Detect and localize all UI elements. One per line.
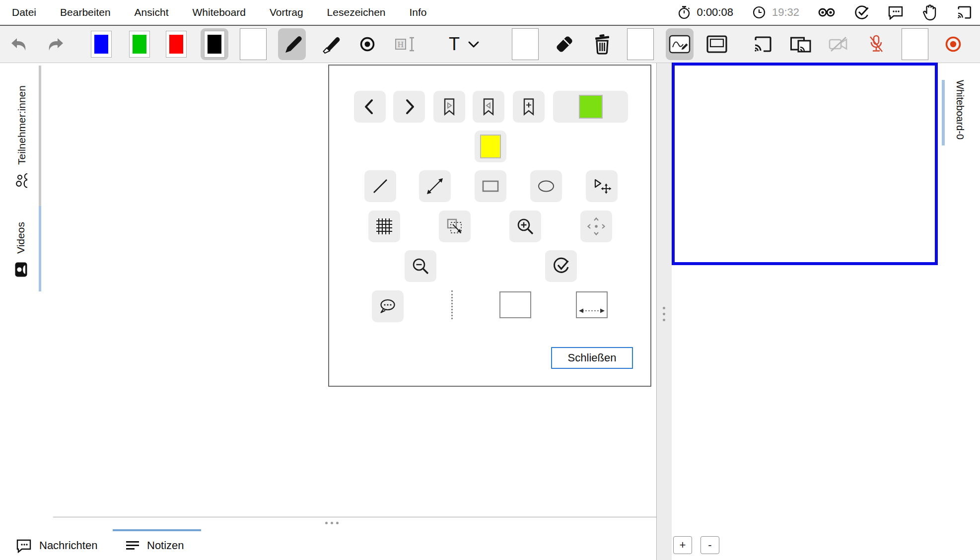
svg-text:H: H xyxy=(398,40,404,49)
trash-button[interactable] xyxy=(588,28,616,60)
mic-off-button[interactable] xyxy=(862,28,890,60)
board-thumbnail[interactable] xyxy=(672,63,938,265)
pointer-preview xyxy=(627,28,654,60)
recording-dots-icon[interactable] xyxy=(818,7,835,18)
laser-pointer-button[interactable] xyxy=(353,28,381,60)
cast-icon[interactable] xyxy=(956,5,972,20)
record-preview-box[interactable] xyxy=(901,28,929,60)
cast-window-icon xyxy=(790,35,812,54)
marker-tool-button[interactable] xyxy=(316,28,344,60)
bookmark-next-button[interactable] xyxy=(433,91,465,123)
menu-lesezeichen[interactable]: Lesezeichen xyxy=(327,6,386,18)
resize-tool-button[interactable] xyxy=(439,210,471,242)
elapsed-time-group: 0:00:08 xyxy=(677,5,733,19)
page-previous-button[interactable] xyxy=(354,91,386,123)
menu-info[interactable]: Info xyxy=(410,6,427,18)
tab-notes[interactable]: Notizen xyxy=(125,531,184,560)
arrow-tool-button[interactable] xyxy=(419,170,451,202)
pen-icon xyxy=(282,34,302,54)
cast-screen-button[interactable] xyxy=(749,28,776,60)
width-adjust-box[interactable] xyxy=(576,291,608,318)
menu-bearbeiten[interactable]: Bearbeiten xyxy=(60,6,111,18)
whiteboard-app: Datei Bearbeiten Ansicht Whiteboard Vort… xyxy=(0,0,980,560)
thumbnail-zoom-out-button[interactable]: - xyxy=(700,536,719,554)
sidebar-active-indicator xyxy=(39,206,41,291)
chat-icon[interactable] xyxy=(888,5,904,20)
board-label-text: Whiteboard-0 xyxy=(955,80,966,140)
desktop-share-button[interactable] xyxy=(703,28,731,60)
blank-preview-box[interactable] xyxy=(499,291,531,318)
resize-tool-icon xyxy=(445,216,465,236)
bookmark-previous-icon xyxy=(479,97,498,117)
pen-tool-button[interactable] xyxy=(278,28,306,60)
toolbar: H T xyxy=(0,26,980,63)
camera-off-button[interactable] xyxy=(825,28,852,60)
redo-button[interactable] xyxy=(42,28,70,60)
comment-tool-button[interactable] xyxy=(372,290,404,322)
line-tool-button[interactable] xyxy=(364,170,396,202)
menu: Datei Bearbeiten Ansicht Whiteboard Vort… xyxy=(0,6,427,18)
zoom-out-tool-button[interactable] xyxy=(405,250,436,282)
highlight-color-button[interactable] xyxy=(475,131,506,162)
check-tool-icon xyxy=(551,256,571,276)
canvas-bottom-border xyxy=(53,517,656,517)
menu-vortrag[interactable]: Vortrag xyxy=(270,6,303,18)
palette-divider xyxy=(451,290,453,319)
width-arrow-icon xyxy=(578,306,606,315)
eraser-button[interactable] xyxy=(551,28,578,60)
record-button[interactable] xyxy=(939,28,967,60)
page-next-button[interactable] xyxy=(393,91,425,123)
menu-ansicht[interactable]: Ansicht xyxy=(135,6,169,18)
sidebar-item-participants[interactable]: Teilnehmer:innen xyxy=(7,81,37,193)
undo-button[interactable] xyxy=(5,28,33,60)
ellipse-tool-button[interactable] xyxy=(530,170,562,202)
rectangle-tool-button[interactable] xyxy=(475,170,506,202)
black-swatch xyxy=(208,35,221,54)
arrow-tool-icon xyxy=(425,176,445,196)
record-icon xyxy=(944,35,963,54)
color-blue-button[interactable] xyxy=(87,28,115,60)
menu-whiteboard[interactable]: Whiteboard xyxy=(192,6,245,18)
record-preview xyxy=(902,28,928,60)
panel-gutter xyxy=(656,63,672,560)
color-green-button[interactable] xyxy=(126,28,153,60)
zoom-in-tool-button[interactable] xyxy=(509,210,541,242)
grid-tool-button[interactable] xyxy=(368,210,400,242)
check-circle-icon[interactable] xyxy=(854,5,869,20)
zoom-in-icon xyxy=(515,216,535,236)
ellipse-tool-icon xyxy=(536,176,556,196)
bookmark-next-icon xyxy=(439,97,459,117)
stopwatch-icon xyxy=(677,5,691,19)
rename-field-button[interactable]: H xyxy=(392,28,420,60)
sidebar-item-videos[interactable]: Videos xyxy=(7,220,35,280)
cast-window-button[interactable] xyxy=(787,28,815,60)
clock-icon xyxy=(752,5,766,19)
pan-tool-button[interactable] xyxy=(580,210,612,242)
menu-datei[interactable]: Datei xyxy=(12,6,36,18)
whiteboard-mode-button[interactable] xyxy=(666,28,694,60)
thumbnail-zoom-in-button[interactable]: + xyxy=(673,536,692,554)
color-black-button[interactable] xyxy=(201,28,228,60)
stroke-preview-box[interactable] xyxy=(239,28,267,60)
grid-tool-icon xyxy=(374,216,394,236)
close-dialog-button[interactable]: Schließen xyxy=(551,347,633,369)
bookmark-add-button[interactable] xyxy=(513,91,545,123)
confirm-tool-button[interactable] xyxy=(545,250,577,282)
raise-hand-icon[interactable] xyxy=(922,4,937,21)
board-tab-label[interactable]: Whiteboard-0 xyxy=(953,80,968,150)
whiteboard-mode-icon xyxy=(668,34,691,54)
pointer-preview-box[interactable] xyxy=(627,28,654,60)
eraser-preview-box[interactable] xyxy=(511,28,539,60)
tab-messages[interactable]: Nachrichten xyxy=(15,531,97,560)
text-tool-button[interactable]: T xyxy=(439,28,489,60)
participants-label: Teilnehmer:innen xyxy=(16,85,28,165)
bookmark-previous-button[interactable] xyxy=(473,91,504,123)
zoom-out-icon xyxy=(411,256,430,276)
marker-icon xyxy=(320,34,340,54)
select-move-button[interactable] xyxy=(586,170,618,202)
color-red-button[interactable] xyxy=(162,28,190,60)
videos-icon xyxy=(14,262,28,278)
notes-icon xyxy=(125,540,140,552)
sidebar-scroll-track xyxy=(39,66,41,206)
marker-color-button[interactable] xyxy=(553,91,628,123)
